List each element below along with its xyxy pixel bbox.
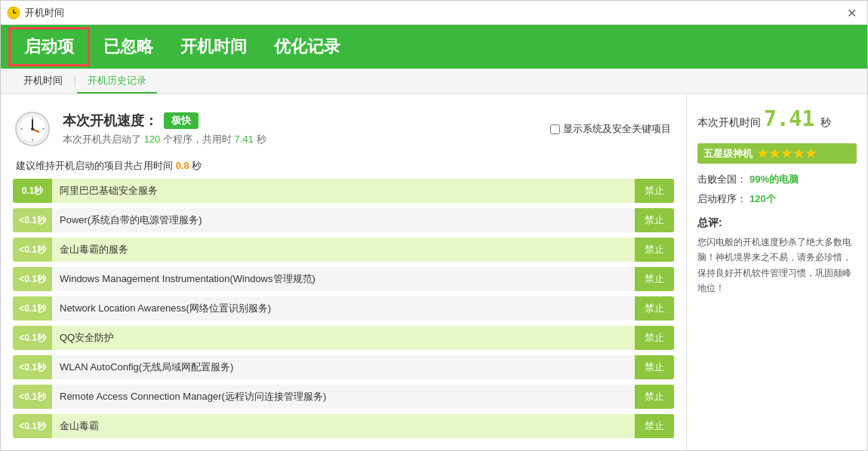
sub-tab-history[interactable]: 开机历史记录 <box>77 69 157 94</box>
item-disable-button[interactable]: 禁止 <box>635 326 674 350</box>
item-name: Network Location Awareness(网络位置识别服务) <box>52 296 635 321</box>
summary-row: 本次开机速度： 极快 本次开机共启动了 120 个程序，共用时 7.41 秒 显… <box>1 103 686 155</box>
window: 开机时间 ✕ 启动项 已忽略 开机时间 优化记录 开机时间 开机历史记录 <box>0 0 868 451</box>
item-name: WLAN AutoConfig(无线局域网配置服务) <box>52 355 635 379</box>
item-disable-button[interactable]: 禁止 <box>635 179 674 203</box>
nav-item-startup[interactable]: 启动项 <box>8 27 90 66</box>
star-badge: 五星级神机 ★★★★★ <box>697 143 857 164</box>
list-item: <0.1秒Windows Management Instrumentation(… <box>13 265 674 293</box>
list-item: <0.1秒Network Location Awareness(网络位置识别服务… <box>13 295 674 322</box>
nav-item-history[interactable]: 优化记录 <box>260 29 354 64</box>
item-time: <0.1秒 <box>13 414 52 438</box>
item-list: 0.1秒阿里巴巴基础安全服务禁止<0.1秒Power(系统自带的电源管理服务)禁… <box>1 177 686 450</box>
list-item: <0.1秒WLAN AutoConfig(无线局域网配置服务)禁止 <box>13 354 674 381</box>
right-panel: 本次开机时间 7.41 秒 五星级神机 ★★★★★ 击败全国： 99%的电脑 启… <box>686 94 867 450</box>
stat-row-programs: 启动程序： 120个 <box>697 192 857 206</box>
recommend-text: 建议维持开机启动的项目共占用时间 0.8 秒 <box>1 155 686 177</box>
nav-item-ignored[interactable]: 已忽略 <box>90 29 167 64</box>
summary-info: 本次开机速度： 极快 本次开机共启动了 120 个程序，共用时 7.41 秒 <box>63 112 540 146</box>
speed-badge: 极快 <box>164 112 199 129</box>
stat1-label: 击败全国： <box>697 173 746 186</box>
boot-time-unit: 秒 <box>820 116 831 128</box>
item-time: <0.1秒 <box>13 296 52 321</box>
item-disable-button[interactable]: 禁止 <box>635 385 674 409</box>
summary-sub: 本次开机共启动了 120 个程序，共用时 7.41 秒 <box>63 133 540 146</box>
sub-tab-bar: 开机时间 开机历史记录 <box>1 69 867 94</box>
item-disable-button[interactable]: 禁止 <box>635 414 674 438</box>
item-name: QQ安全防护 <box>52 326 635 350</box>
close-button[interactable]: ✕ <box>842 4 861 21</box>
item-name: Remote Access Connection Manager(远程访问连接管… <box>52 385 635 409</box>
item-time: <0.1秒 <box>13 267 52 291</box>
star-badge-label: 五星级神机 <box>703 147 753 161</box>
stat1-value: 99%的电脑 <box>749 173 799 186</box>
item-time: <0.1秒 <box>13 385 52 409</box>
list-item: <0.1秒Remote Access Connection Manager(远程… <box>13 383 674 410</box>
summary-title: 本次开机速度： 极快 <box>63 112 540 130</box>
nav-bar: 启动项 已忽略 开机时间 优化记录 <box>1 25 867 69</box>
item-disable-button[interactable]: 禁止 <box>635 296 674 321</box>
list-item: <0.1秒金山毒霸禁止 <box>13 413 674 440</box>
list-item: 0.1秒阿里巴巴基础安全服务禁止 <box>13 177 674 204</box>
item-disable-button[interactable]: 禁止 <box>635 208 674 232</box>
show-system-checkbox[interactable] <box>550 124 560 134</box>
recommend-value: 0.8 <box>176 160 189 171</box>
program-count: 120 <box>144 133 161 145</box>
sub-tab-boottime[interactable]: 开机时间 <box>13 69 73 94</box>
item-name: Power(系统自带的电源管理服务) <box>52 208 635 232</box>
main-content: 本次开机速度： 极快 本次开机共启动了 120 个程序，共用时 7.41 秒 显… <box>1 94 867 450</box>
nav-item-boottime[interactable]: 开机时间 <box>167 29 260 64</box>
boot-time-display: 7.41 <box>764 106 814 131</box>
show-system-label: 显示系统及安全关键项目 <box>563 122 671 136</box>
stat2-label: 启动程序： <box>697 192 746 206</box>
show-system-checkbox-row: 显示系统及安全关键项目 <box>550 122 671 136</box>
item-time: <0.1秒 <box>13 326 52 350</box>
stat2-value: 120个 <box>749 192 776 206</box>
clock-icon <box>13 109 52 149</box>
item-disable-button[interactable]: 禁止 <box>635 238 674 262</box>
left-panel: 本次开机速度： 极快 本次开机共启动了 120 个程序，共用时 7.41 秒 显… <box>1 94 686 450</box>
item-time: 0.1秒 <box>13 179 52 203</box>
app-icon <box>7 6 20 20</box>
item-disable-button[interactable]: 禁止 <box>635 355 674 379</box>
stat-row-defeat: 击败全国： 99%的电脑 <box>697 173 857 186</box>
right-panel-title: 本次开机时间 7.41 秒 <box>697 106 857 131</box>
window-title: 开机时间 <box>25 6 64 20</box>
tab-divider <box>75 76 75 87</box>
item-time: <0.1秒 <box>13 208 52 232</box>
item-disable-button[interactable]: 禁止 <box>635 267 674 291</box>
item-name: 金山毒霸的服务 <box>52 238 635 262</box>
list-item: <0.1秒QQ安全防护禁止 <box>13 324 674 351</box>
boot-time-value: 7.41 <box>235 133 254 145</box>
list-item: <0.1秒Power(系统自带的电源管理服务)禁止 <box>13 207 674 234</box>
review-text: 您闪电般的开机速度秒杀了绝大多数电脑！神机境界来之不易，请务必珍惜，保持良好开机… <box>697 235 857 296</box>
title-bar: 开机时间 ✕ <box>1 1 867 25</box>
item-time: <0.1秒 <box>13 355 52 379</box>
svg-point-7 <box>31 127 34 130</box>
item-name: Windows Management Instrumentation(Windo… <box>52 267 635 291</box>
list-item: <0.1秒金山毒霸的服务禁止 <box>13 236 674 263</box>
item-time: <0.1秒 <box>13 238 52 262</box>
review-title: 总评: <box>697 216 857 230</box>
item-name: 金山毒霸 <box>52 414 635 438</box>
item-name: 阿里巴巴基础安全服务 <box>52 179 635 203</box>
stars: ★★★★★ <box>757 146 817 161</box>
